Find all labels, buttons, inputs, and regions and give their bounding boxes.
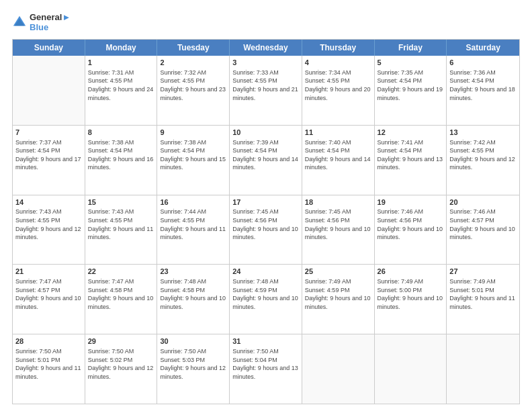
cell-info: Sunrise: 7:47 AMSunset: 4:58 PMDaylight:… <box>88 277 154 311</box>
calendar-cell: 3Sunrise: 7:33 AMSunset: 4:55 PMDaylight… <box>230 56 302 125</box>
calendar-cell: 7Sunrise: 7:37 AMSunset: 4:54 PMDaylight… <box>13 126 85 195</box>
cell-info: Sunrise: 7:34 AMSunset: 4:55 PMDaylight:… <box>305 68 371 102</box>
day-number: 4 <box>305 58 371 68</box>
calendar-cell: 23Sunrise: 7:48 AMSunset: 4:58 PMDayligh… <box>157 265 230 334</box>
calendar-cell: 19Sunrise: 7:46 AMSunset: 4:56 PMDayligh… <box>375 195 447 265</box>
calendar-row: 1Sunrise: 7:31 AMSunset: 4:55 PMDaylight… <box>13 56 519 126</box>
calendar-cell: 11Sunrise: 7:40 AMSunset: 4:54 PMDayligh… <box>302 126 375 195</box>
logo: General► Blue <box>12 12 71 32</box>
header-day-thursday: Thursday <box>302 40 375 56</box>
day-number: 2 <box>160 58 226 68</box>
cell-info: Sunrise: 7:50 AMSunset: 5:04 PMDaylight:… <box>232 347 299 381</box>
calendar-cell: 16Sunrise: 7:44 AMSunset: 4:55 PMDayligh… <box>157 195 230 265</box>
cell-info: Sunrise: 7:38 AMSunset: 4:54 PMDaylight:… <box>160 138 226 172</box>
day-number: 1 <box>88 58 154 68</box>
day-number: 28 <box>15 336 82 347</box>
calendar-row: 14Sunrise: 7:43 AMSunset: 4:55 PMDayligh… <box>13 195 519 265</box>
day-number: 3 <box>232 58 299 68</box>
calendar-cell: 18Sunrise: 7:45 AMSunset: 4:56 PMDayligh… <box>302 195 375 265</box>
cell-info: Sunrise: 7:40 AMSunset: 4:54 PMDaylight:… <box>305 138 371 172</box>
cell-info: Sunrise: 7:32 AMSunset: 4:55 PMDaylight:… <box>160 68 226 102</box>
header-day-saturday: Saturday <box>447 40 519 56</box>
cell-info: Sunrise: 7:45 AMSunset: 4:56 PMDaylight:… <box>232 208 299 241</box>
day-number: 19 <box>378 197 444 208</box>
day-number: 15 <box>88 197 154 208</box>
cell-info: Sunrise: 7:42 AMSunset: 4:55 PMDaylight:… <box>449 138 517 172</box>
calendar-cell <box>13 56 85 125</box>
calendar-cell: 26Sunrise: 7:49 AMSunset: 5:00 PMDayligh… <box>375 265 447 334</box>
cell-info: Sunrise: 7:49 AMSunset: 5:00 PMDaylight:… <box>378 277 444 311</box>
day-number: 27 <box>449 267 517 277</box>
day-number: 11 <box>305 128 371 138</box>
day-number: 12 <box>378 128 444 138</box>
day-number: 25 <box>305 267 371 277</box>
calendar-row: 28Sunrise: 7:50 AMSunset: 5:01 PMDayligh… <box>13 334 519 404</box>
cell-info: Sunrise: 7:37 AMSunset: 4:54 PMDaylight:… <box>15 138 82 172</box>
calendar-cell: 14Sunrise: 7:43 AMSunset: 4:55 PMDayligh… <box>13 195 85 265</box>
day-number: 6 <box>449 58 517 68</box>
day-number: 10 <box>232 128 299 138</box>
cell-info: Sunrise: 7:38 AMSunset: 4:54 PMDaylight:… <box>88 138 154 172</box>
calendar-cell: 13Sunrise: 7:42 AMSunset: 4:55 PMDayligh… <box>447 126 519 195</box>
calendar-cell: 6Sunrise: 7:36 AMSunset: 4:54 PMDaylight… <box>447 56 519 125</box>
day-number: 16 <box>160 197 226 208</box>
cell-info: Sunrise: 7:49 AMSunset: 4:59 PMDaylight:… <box>305 277 371 311</box>
cell-info: Sunrise: 7:46 AMSunset: 4:57 PMDaylight:… <box>449 208 517 241</box>
cell-info: Sunrise: 7:43 AMSunset: 4:55 PMDaylight:… <box>15 208 82 241</box>
calendar-cell: 31Sunrise: 7:50 AMSunset: 5:04 PMDayligh… <box>230 334 302 404</box>
cell-info: Sunrise: 7:44 AMSunset: 4:55 PMDaylight:… <box>160 208 226 241</box>
day-number: 7 <box>15 128 82 138</box>
cell-info: Sunrise: 7:36 AMSunset: 4:54 PMDaylight:… <box>449 68 517 102</box>
day-number: 22 <box>88 267 154 277</box>
day-number: 20 <box>449 197 517 208</box>
calendar-cell <box>375 334 447 404</box>
calendar-cell: 20Sunrise: 7:46 AMSunset: 4:57 PMDayligh… <box>447 195 519 265</box>
header-day-sunday: Sunday <box>13 40 85 56</box>
cell-info: Sunrise: 7:50 AMSunset: 5:03 PMDaylight:… <box>160 347 226 381</box>
day-number: 18 <box>305 197 371 208</box>
day-number: 29 <box>88 336 154 347</box>
cell-info: Sunrise: 7:46 AMSunset: 4:56 PMDaylight:… <box>378 208 444 241</box>
cell-info: Sunrise: 7:43 AMSunset: 4:55 PMDaylight:… <box>88 208 154 241</box>
day-number: 26 <box>378 267 444 277</box>
calendar: SundayMondayTuesdayWednesdayThursdayFrid… <box>12 39 520 404</box>
day-number: 8 <box>88 128 154 138</box>
calendar-cell: 17Sunrise: 7:45 AMSunset: 4:56 PMDayligh… <box>230 195 302 265</box>
logo-text: General► Blue <box>30 12 71 32</box>
cell-info: Sunrise: 7:49 AMSunset: 5:01 PMDaylight:… <box>449 277 517 311</box>
calendar-cell: 21Sunrise: 7:47 AMSunset: 4:57 PMDayligh… <box>13 265 85 334</box>
calendar-cell: 8Sunrise: 7:38 AMSunset: 4:54 PMDaylight… <box>85 126 158 195</box>
calendar-cell: 24Sunrise: 7:48 AMSunset: 4:59 PMDayligh… <box>230 265 302 334</box>
cell-info: Sunrise: 7:39 AMSunset: 4:54 PMDaylight:… <box>232 138 299 172</box>
header-day-monday: Monday <box>85 40 158 56</box>
header: General► Blue <box>12 12 520 32</box>
page: General► Blue SundayMondayTuesdayWednesd… <box>0 0 532 411</box>
day-number: 30 <box>160 336 226 347</box>
calendar-cell: 25Sunrise: 7:49 AMSunset: 4:59 PMDayligh… <box>302 265 375 334</box>
calendar-cell: 2Sunrise: 7:32 AMSunset: 4:55 PMDaylight… <box>157 56 230 125</box>
calendar-cell: 4Sunrise: 7:34 AMSunset: 4:55 PMDaylight… <box>302 56 375 125</box>
calendar-cell: 22Sunrise: 7:47 AMSunset: 4:58 PMDayligh… <box>85 265 158 334</box>
day-number: 17 <box>232 197 299 208</box>
day-number: 23 <box>160 267 226 277</box>
cell-info: Sunrise: 7:41 AMSunset: 4:54 PMDaylight:… <box>378 138 444 172</box>
cell-info: Sunrise: 7:48 AMSunset: 4:59 PMDaylight:… <box>232 277 299 311</box>
calendar-cell: 12Sunrise: 7:41 AMSunset: 4:54 PMDayligh… <box>375 126 447 195</box>
calendar-cell: 9Sunrise: 7:38 AMSunset: 4:54 PMDaylight… <box>157 126 230 195</box>
calendar-cell: 10Sunrise: 7:39 AMSunset: 4:54 PMDayligh… <box>230 126 302 195</box>
header-day-wednesday: Wednesday <box>230 40 302 56</box>
calendar-cell: 28Sunrise: 7:50 AMSunset: 5:01 PMDayligh… <box>13 334 85 404</box>
calendar-cell <box>447 334 519 404</box>
cell-info: Sunrise: 7:35 AMSunset: 4:54 PMDaylight:… <box>378 68 444 102</box>
cell-info: Sunrise: 7:50 AMSunset: 5:01 PMDaylight:… <box>15 347 82 381</box>
day-number: 13 <box>449 128 517 138</box>
calendar-cell: 5Sunrise: 7:35 AMSunset: 4:54 PMDaylight… <box>375 56 447 125</box>
day-number: 31 <box>232 336 299 347</box>
calendar-cell: 1Sunrise: 7:31 AMSunset: 4:55 PMDaylight… <box>85 56 158 125</box>
calendar-cell <box>302 334 375 404</box>
cell-info: Sunrise: 7:48 AMSunset: 4:58 PMDaylight:… <box>160 277 226 311</box>
cell-info: Sunrise: 7:33 AMSunset: 4:55 PMDaylight:… <box>232 68 299 102</box>
logo-icon <box>12 15 27 30</box>
cell-info: Sunrise: 7:50 AMSunset: 5:02 PMDaylight:… <box>88 347 154 381</box>
calendar-header: SundayMondayTuesdayWednesdayThursdayFrid… <box>13 40 519 56</box>
